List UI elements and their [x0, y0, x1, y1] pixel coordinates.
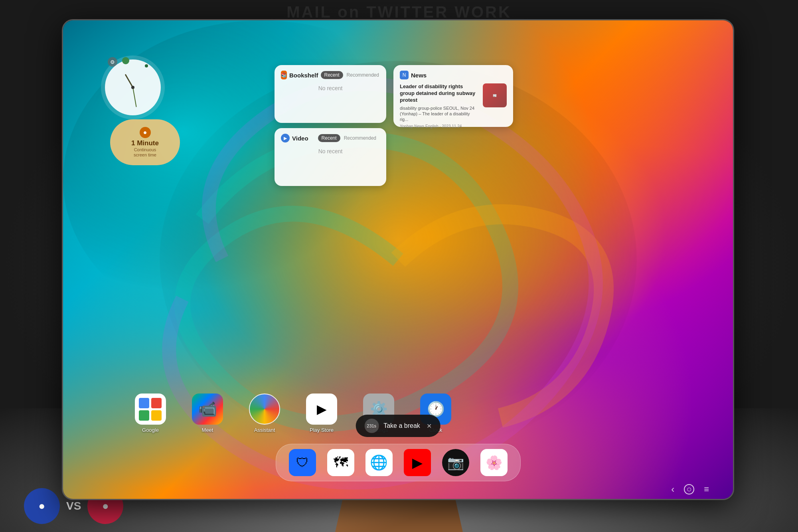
news-title: News — [411, 72, 507, 79]
assistant-label: Assistant — [254, 427, 275, 433]
news-header: N News — [400, 71, 507, 79]
assistant-icon — [249, 394, 280, 425]
meet-icon: 📹 — [192, 394, 223, 425]
dock-photos-icon[interactable]: 🌸 — [480, 449, 508, 476]
play-store-label: Play Store — [310, 427, 334, 433]
video-title: Video — [292, 135, 316, 142]
google-label: Google — [142, 427, 159, 433]
bookshelf-widget[interactable]: 📚 Bookshelf Recent Recommended No recent — [275, 65, 386, 123]
app-google[interactable]: Google — [135, 394, 166, 433]
tablet-device: ⚙ ● 1 Minute Continuous screen time 📚 Bo… — [62, 19, 734, 500]
bookshelf-tab-recent[interactable]: Recent — [321, 71, 343, 79]
nav-bar: ‹ ○ ≡ — [671, 484, 709, 495]
toast-text: Take a break — [383, 422, 420, 429]
news-article[interactable]: Leader of disability rights group detain… — [400, 83, 507, 129]
toast-close-button[interactable]: ✕ — [427, 422, 432, 430]
vs-text: VS — [66, 500, 81, 512]
widget-area: ⚙ ● 1 Minute Continuous screen time 📚 Bo… — [63, 20, 733, 499]
news-source: Yonhap News English · 2023.11.24 — [400, 124, 479, 129]
clock-center — [131, 86, 134, 89]
clock-settings-icon[interactable]: ⚙ — [108, 57, 117, 67]
dock-youtube-icon[interactable]: ▶ — [404, 449, 431, 476]
nav-recent-button[interactable]: ≡ — [704, 484, 709, 494]
play-store-icon: ▶ — [306, 394, 337, 425]
clock-indicator-dot — [122, 57, 129, 64]
clock-face — [105, 59, 161, 115]
vs-circle-1: ● — [24, 488, 60, 524]
clock-dot — [145, 64, 148, 67]
nav-home-button[interactable]: ○ — [684, 484, 694, 494]
dock-chrome-icon[interactable]: 🌐 — [365, 449, 393, 476]
app-meet[interactable]: 📹 Meet — [192, 394, 223, 433]
bookshelf-icon: 📚 — [281, 71, 287, 79]
nav-back-button[interactable]: ‹ — [671, 484, 674, 495]
screen-time-widget[interactable]: ● 1 Minute Continuous screen time — [110, 119, 180, 165]
news-thumbnail: 📰 — [483, 83, 507, 107]
clock-minute-hand — [132, 87, 137, 107]
news-icon: N — [400, 71, 409, 79]
video-tab-recommended[interactable]: Recommended — [340, 134, 380, 142]
video-no-recent: No recent — [281, 148, 380, 154]
meet-label: Meet — [202, 427, 213, 433]
screen-time-label: Continuous screen time — [134, 147, 156, 158]
video-header: ▶ Video Recent Recommended — [281, 134, 380, 142]
app-assistant[interactable]: Assistant — [249, 394, 280, 433]
video-widget[interactable]: ▶ Video Recent Recommended No recent — [275, 128, 386, 186]
dock-bixby-icon[interactable]: 🛡 — [289, 449, 316, 476]
app-dock: 🛡 🗺 🌐 ▶ 📷 🌸 — [276, 444, 521, 481]
news-content: Leader of disability rights group detain… — [400, 83, 479, 129]
take-a-break-toast: 231s Take a break ✕ — [356, 415, 440, 437]
video-tab-recent[interactable]: Recent — [318, 134, 340, 142]
screen-time-value: 1 Minute — [131, 140, 159, 147]
toast-timer: 231s — [364, 419, 379, 433]
dock-maps-icon[interactable]: 🗺 — [327, 449, 354, 476]
screen-time-icon: ● — [140, 127, 151, 138]
news-widget[interactable]: N News Leader of disability rights group… — [393, 65, 513, 127]
top-watermark: MAIL on TWITTER WORK — [0, 3, 798, 21]
news-headline: Leader of disability rights group detain… — [400, 83, 479, 104]
video-icon: ▶ — [281, 134, 290, 142]
bookshelf-tabs: Recent Recommended — [321, 71, 383, 79]
bookshelf-title: Bookshelf — [289, 72, 318, 79]
bookshelf-no-recent: No recent — [281, 85, 380, 91]
news-thumb-image: 📰 — [483, 83, 507, 107]
video-tabs: Recent Recommended — [318, 134, 380, 142]
bookshelf-tab-recommended[interactable]: Recommended — [343, 71, 383, 79]
news-body: disability group-police SEOUL, Nov 24 (Y… — [400, 105, 479, 123]
app-play-store[interactable]: ▶ Play Store — [306, 394, 337, 433]
dock-camera-icon[interactable]: 📷 — [442, 449, 469, 476]
google-icon — [135, 394, 166, 425]
bookshelf-header: 📚 Bookshelf Recent Recommended — [281, 71, 380, 79]
